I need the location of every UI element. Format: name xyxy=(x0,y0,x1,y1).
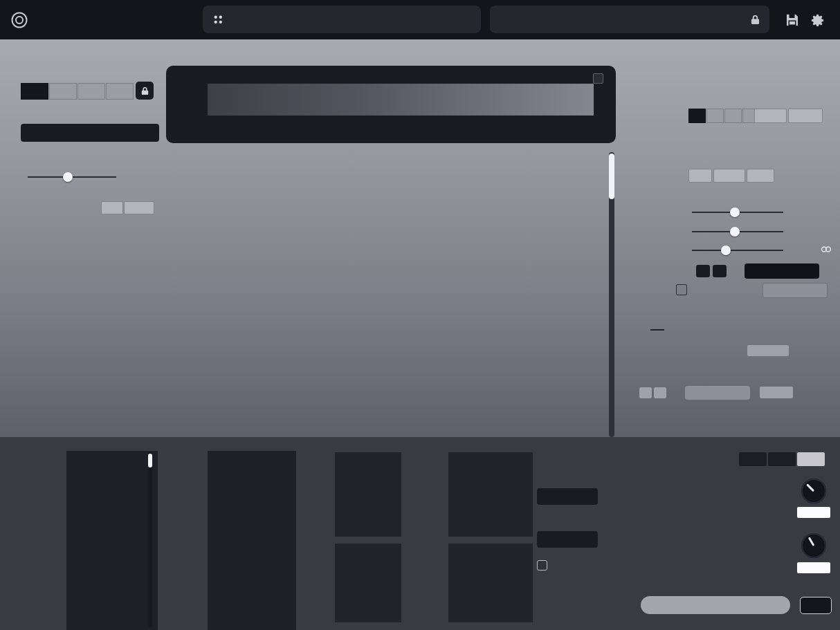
tuning-tab-d[interactable] xyxy=(106,83,134,100)
key-slider[interactable] xyxy=(692,227,783,237)
input-box xyxy=(448,452,533,537)
from-ratio-dropdown[interactable] xyxy=(537,531,598,548)
amount-knob[interactable] xyxy=(801,479,826,503)
fraction-bar xyxy=(650,329,664,331)
tab-env[interactable] xyxy=(797,452,825,466)
knob-pointer xyxy=(808,537,814,546)
chord-list xyxy=(172,152,606,437)
tuning-tab-b[interactable] xyxy=(49,83,77,100)
copy-button[interactable] xyxy=(754,109,787,123)
save-button[interactable] xyxy=(783,11,801,29)
note-delete-button[interactable] xyxy=(747,345,789,356)
output-box xyxy=(448,544,533,622)
note-divide-button[interactable] xyxy=(639,387,652,398)
scrollbar-thumb[interactable] xyxy=(148,454,152,467)
scale-none-button[interactable] xyxy=(713,169,745,183)
slider-track xyxy=(692,250,783,251)
ratio-box xyxy=(335,452,401,537)
note-by-dropdown[interactable] xyxy=(685,386,750,400)
display-table-checkbox[interactable] xyxy=(537,560,547,571)
invert-checkbox[interactable] xyxy=(676,284,687,295)
amount-value[interactable] xyxy=(797,507,830,518)
logo-icon xyxy=(10,10,29,30)
inspector-tuning-tabs xyxy=(688,109,760,123)
scale-new-button[interactable] xyxy=(747,169,774,183)
harmonic-strip[interactable] xyxy=(208,84,594,115)
lock-icon xyxy=(141,86,149,95)
stretch-slider[interactable] xyxy=(692,207,783,217)
tuning-visualizer xyxy=(166,66,616,143)
grid-icon xyxy=(212,14,224,26)
primes-all-button[interactable] xyxy=(101,201,123,214)
tuning-tabs xyxy=(21,83,134,100)
settings-button[interactable] xyxy=(808,11,826,29)
format-dropdown[interactable] xyxy=(537,488,598,505)
inspector-tab-c[interactable] xyxy=(724,109,742,123)
inspector-tab-b[interactable] xyxy=(706,109,724,123)
patch-preset-selector xyxy=(490,6,769,33)
select-all-button[interactable] xyxy=(763,283,828,298)
transpose-divide-button[interactable] xyxy=(696,265,710,277)
slider-thumb[interactable] xyxy=(63,172,73,182)
starting-harmonic-slider[interactable] xyxy=(28,172,116,182)
note-swap-button[interactable] xyxy=(760,387,793,398)
tuning-table-scrollbar[interactable] xyxy=(148,452,152,627)
method-dropdown[interactable] xyxy=(21,124,159,142)
slider-thumb[interactable] xyxy=(721,245,731,255)
inspector-tab-a[interactable] xyxy=(688,109,706,123)
scale-table xyxy=(208,451,296,630)
gear-icon xyxy=(810,13,825,28)
primes-none-button[interactable] xyxy=(124,201,154,214)
transpose-multiply-button[interactable] xyxy=(713,265,727,277)
knob-pointer xyxy=(806,483,814,492)
tuning-lock-button[interactable] xyxy=(136,82,154,100)
transpose-by-dropdown[interactable] xyxy=(745,263,819,279)
rate-knob[interactable] xyxy=(801,533,826,558)
scrollbar-thumb[interactable] xyxy=(609,154,614,199)
display-primes-checkbox[interactable] xyxy=(593,73,603,84)
note-multiply-button[interactable] xyxy=(654,387,666,398)
main-area xyxy=(0,39,840,437)
infinitone-app xyxy=(0,0,840,630)
top-bar xyxy=(0,0,840,39)
bottom-panel xyxy=(0,437,840,630)
tuning-table xyxy=(66,451,158,630)
scale-all-button[interactable] xyxy=(688,169,712,183)
save-icon xyxy=(785,13,799,27)
tuning-tab-c[interactable] xyxy=(77,83,105,100)
slider-thumb[interactable] xyxy=(730,227,740,237)
lock-icon xyxy=(751,15,760,25)
time-button[interactable] xyxy=(800,597,832,614)
freq-slider[interactable] xyxy=(692,245,783,255)
logo xyxy=(10,0,37,39)
tuning-tab-a[interactable] xyxy=(21,83,48,100)
song-preset-selector xyxy=(203,6,481,33)
note-ratio-fraction xyxy=(649,328,666,331)
rate-value[interactable] xyxy=(797,562,830,573)
tab-det[interactable] xyxy=(739,452,767,466)
link-freq-icon[interactable] xyxy=(821,245,832,254)
tab-lfo[interactable] xyxy=(768,452,796,466)
chord-list-scrollbar[interactable] xyxy=(609,152,614,437)
step-box xyxy=(335,544,401,622)
paste-button[interactable] xyxy=(788,109,823,123)
patch-lock-button[interactable] xyxy=(751,15,769,25)
preset-browser-button[interactable] xyxy=(203,14,233,26)
slider-thumb[interactable] xyxy=(730,207,740,217)
waveshape-selector xyxy=(641,596,790,614)
